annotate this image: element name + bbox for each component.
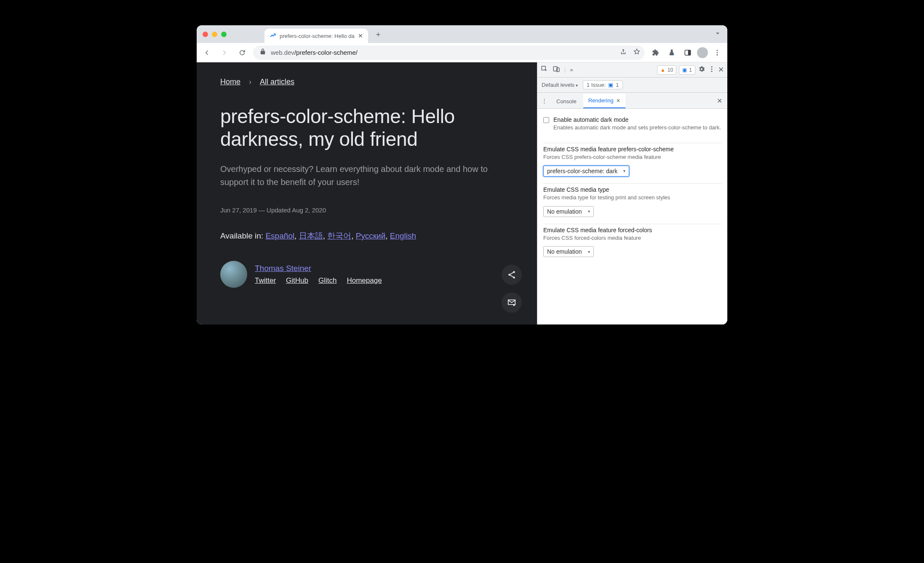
chevron-right-icon: › bbox=[249, 78, 251, 86]
close-icon[interactable]: ✕ bbox=[616, 98, 620, 104]
tab-favicon bbox=[270, 32, 276, 39]
lang-en[interactable]: English bbox=[390, 231, 416, 240]
breadcrumb-home[interactable]: Home bbox=[220, 78, 240, 86]
nav-forward-button[interactable] bbox=[218, 46, 231, 59]
messages-badge[interactable]: ▣ 1 bbox=[679, 65, 695, 75]
side-panel-icon[interactable] bbox=[681, 46, 694, 59]
subscribe-fab[interactable] bbox=[502, 292, 522, 313]
section-media-type: Emulate CSS media type Forces media type… bbox=[543, 183, 721, 224]
breadcrumb: Home › All articles bbox=[220, 78, 513, 86]
section-forced-colors: Emulate CSS media feature forced-colors … bbox=[543, 224, 721, 264]
section-auto-dark-mode: Enable automatic dark mode Enables autom… bbox=[543, 114, 721, 143]
browser-menu-icon[interactable] bbox=[710, 46, 724, 59]
console-filter-bar: Default levels 1 Issue: ▣ 1 bbox=[537, 78, 727, 93]
drawer-close-icon[interactable]: ✕ bbox=[717, 97, 724, 108]
url-text: web.dev/prefers-color-scheme/ bbox=[271, 49, 615, 56]
devtools-panel: | » ▲ 10 ▣ 1 ✕ D bbox=[537, 62, 727, 324]
author-homepage-link[interactable]: Homepage bbox=[347, 276, 382, 285]
tab-title: prefers-color-scheme: Hello da bbox=[280, 33, 355, 39]
address-bar[interactable]: web.dev/prefers-color-scheme/ bbox=[253, 46, 645, 60]
share-fab[interactable] bbox=[502, 265, 522, 285]
auto-dark-mode-title: Enable automatic dark mode bbox=[553, 116, 721, 123]
log-levels-dropdown[interactable]: Default levels bbox=[542, 82, 578, 88]
devtools-settings-icon[interactable] bbox=[698, 65, 705, 74]
pcs-select[interactable]: prefers-color-scheme: dark bbox=[543, 166, 629, 177]
devtools-main-toolbar: | » ▲ 10 ▣ 1 ✕ bbox=[537, 62, 727, 78]
author-github-link[interactable]: GitHub bbox=[286, 276, 308, 285]
rendered-page: Home › All articles prefers-color-scheme… bbox=[197, 62, 537, 324]
more-tabs-icon[interactable]: » bbox=[570, 67, 574, 73]
messages-count: 1 bbox=[689, 67, 692, 73]
forcedcolors-desc: Forces CSS forced-colors media feature bbox=[543, 234, 721, 242]
language-list: Available in: Español, 日本語, 한국어, Русский… bbox=[220, 231, 513, 241]
warnings-badge[interactable]: ▲ 10 bbox=[657, 65, 676, 75]
fab-column bbox=[502, 265, 522, 313]
lang-es[interactable]: Español bbox=[265, 231, 294, 240]
breadcrumb-all-articles[interactable]: All articles bbox=[260, 78, 294, 86]
section-prefers-color-scheme: Emulate CSS media feature prefers-color-… bbox=[543, 143, 721, 183]
drawer-tab-rendering[interactable]: Rendering✕ bbox=[583, 94, 625, 108]
page-dates: Jun 27, 2019 — Updated Aug 2, 2020 bbox=[220, 206, 513, 214]
page-title: prefers-color-scheme: Hello darkness, my… bbox=[220, 105, 513, 151]
author-twitter-link[interactable]: Twitter bbox=[255, 276, 276, 285]
page-subtitle: Overhyped or necessity? Learn everything… bbox=[220, 163, 513, 189]
svg-point-3 bbox=[717, 50, 718, 51]
langs-label: Available in: bbox=[220, 231, 263, 240]
drawer-menu-icon[interactable]: ⋮ bbox=[541, 98, 550, 108]
window-minimize-button[interactable] bbox=[212, 32, 217, 37]
author-glitch-link[interactable]: Glitch bbox=[318, 276, 336, 285]
svg-point-12 bbox=[711, 66, 713, 67]
pcs-desc: Forces CSS prefers-color-scheme media fe… bbox=[543, 153, 721, 161]
devtools-drawer-tabs: ⋮ Console Rendering✕ ✕ bbox=[537, 93, 727, 109]
author-name[interactable]: Thomas Steiner bbox=[255, 264, 382, 273]
labs-icon[interactable] bbox=[665, 46, 678, 59]
share-icon[interactable] bbox=[620, 48, 627, 57]
drawer-tab-console[interactable]: Console bbox=[551, 94, 582, 108]
forcedcolors-title: Emulate CSS media feature forced-colors bbox=[543, 227, 721, 233]
svg-point-4 bbox=[717, 52, 718, 53]
nav-back-button[interactable] bbox=[200, 46, 214, 59]
mediatype-select[interactable]: No emulation bbox=[543, 206, 594, 217]
warning-icon: ▲ bbox=[660, 67, 665, 73]
lang-ja[interactable]: 日本語 bbox=[299, 231, 323, 240]
new-tab-button[interactable]: ＋ bbox=[372, 28, 384, 40]
tab-close-icon[interactable]: ✕ bbox=[358, 33, 363, 39]
extensions-icon[interactable] bbox=[649, 46, 662, 59]
rendering-drawer: Enable automatic dark mode Enables autom… bbox=[537, 109, 727, 324]
profile-avatar[interactable] bbox=[697, 47, 708, 58]
lang-ko[interactable]: 한국어 bbox=[327, 231, 351, 240]
lang-ru[interactable]: Русский bbox=[356, 231, 386, 240]
tabs-dropdown-icon[interactable] bbox=[714, 29, 721, 39]
browser-toolbar: web.dev/prefers-color-scheme/ bbox=[197, 43, 727, 62]
svg-point-14 bbox=[711, 71, 713, 72]
author-links: Twitter GitHub Glitch Homepage bbox=[255, 276, 382, 285]
browser-tab[interactable]: prefers-color-scheme: Hello da ✕ bbox=[264, 29, 368, 43]
reload-button[interactable] bbox=[235, 46, 249, 59]
window-close-button[interactable] bbox=[203, 32, 208, 37]
mediatype-title: Emulate CSS media type bbox=[543, 186, 721, 193]
svg-rect-2 bbox=[688, 50, 691, 55]
device-toggle-icon[interactable] bbox=[553, 65, 560, 74]
auto-dark-mode-checkbox[interactable] bbox=[543, 117, 549, 123]
window-fullscreen-button[interactable] bbox=[221, 32, 227, 37]
extensions-area bbox=[649, 46, 724, 59]
devtools-close-icon[interactable]: ✕ bbox=[718, 65, 724, 74]
bookmark-star-icon[interactable] bbox=[633, 48, 641, 57]
issues-badge[interactable]: 1 Issue: ▣ 1 bbox=[583, 80, 623, 89]
auto-dark-mode-desc: Enables automatic dark mode and sets pre… bbox=[553, 124, 721, 132]
browser-window: prefers-color-scheme: Hello da ✕ ＋ web.d… bbox=[197, 25, 727, 324]
svg-point-5 bbox=[717, 54, 718, 55]
forcedcolors-select[interactable]: No emulation bbox=[543, 246, 594, 257]
author-avatar bbox=[220, 261, 247, 288]
pcs-title: Emulate CSS media feature prefers-color-… bbox=[543, 146, 721, 153]
mediatype-desc: Forces media type for testing print and … bbox=[543, 194, 721, 202]
content-area: Home › All articles prefers-color-scheme… bbox=[197, 62, 727, 324]
issue-icon: ▣ bbox=[608, 82, 613, 88]
window-controls bbox=[203, 25, 264, 43]
devtools-menu-icon[interactable] bbox=[708, 65, 716, 74]
svg-point-0 bbox=[672, 54, 673, 55]
warnings-count: 10 bbox=[668, 67, 673, 73]
message-icon: ▣ bbox=[682, 67, 687, 73]
svg-point-13 bbox=[711, 69, 713, 70]
inspect-element-icon[interactable] bbox=[541, 65, 548, 74]
